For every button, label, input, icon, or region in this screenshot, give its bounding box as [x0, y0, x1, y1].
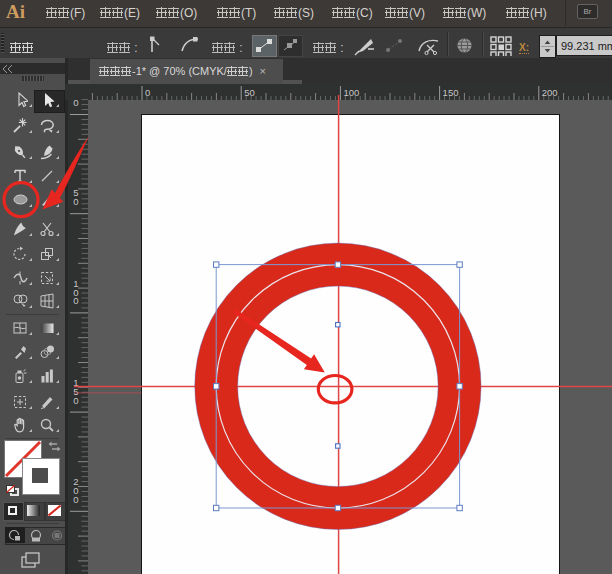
svg-text:50: 50 [244, 87, 255, 98]
svg-text:0: 0 [73, 494, 78, 505]
svg-text:0: 0 [73, 295, 78, 306]
svg-text:200: 200 [542, 87, 558, 98]
svg-text:150: 150 [443, 87, 459, 98]
svg-text:0: 0 [73, 196, 78, 207]
svg-text:0: 0 [73, 97, 78, 108]
svg-text:100: 100 [343, 87, 359, 98]
svg-text:0: 0 [73, 395, 78, 406]
svg-text:0: 0 [145, 87, 150, 98]
